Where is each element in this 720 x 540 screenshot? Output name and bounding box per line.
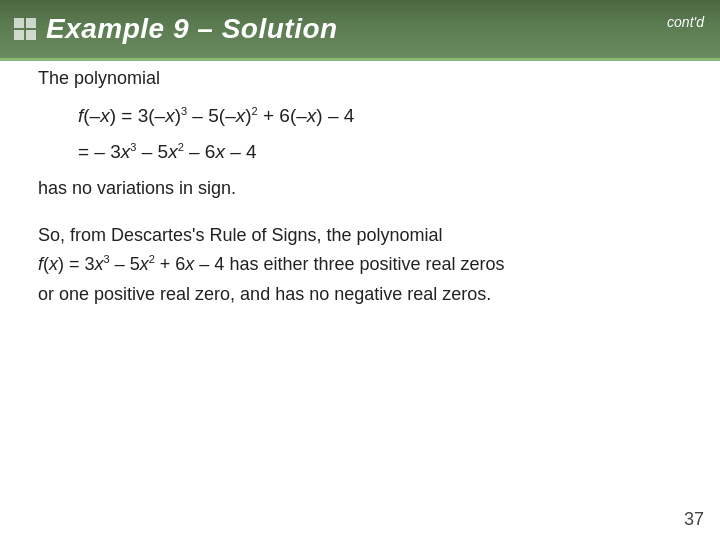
math-line-1: f(–x) = 3(–x)3 – 5(–x)2 + 6(–x) – 4: [78, 101, 682, 131]
page-number: 37: [684, 509, 704, 530]
conclusion-line3: or one positive real zero, and has no ne…: [38, 284, 491, 304]
header-bar: Example 9 – Solution: [0, 0, 720, 58]
cont-badge: cont'd: [667, 14, 704, 30]
variations-text: has no variations in sign.: [38, 178, 682, 199]
conclusion-line1: So, from Descartes's Rule of Signs, the …: [38, 225, 443, 245]
math-block: f(–x) = 3(–x)3 – 5(–x)2 + 6(–x) – 4 = – …: [78, 101, 682, 168]
main-content: The polynomial f(–x) = 3(–x)3 – 5(–x)2 +…: [38, 68, 682, 500]
math-line-2: = – 3x3 – 5x2 – 6x – 4: [78, 137, 682, 167]
conclusion-text: So, from Descartes's Rule of Signs, the …: [38, 221, 682, 310]
accent-line: [0, 58, 720, 61]
intro-text: The polynomial: [38, 68, 682, 89]
logo-icon: [14, 18, 36, 40]
page-title: Example 9 – Solution: [46, 13, 338, 45]
conclusion-line2: f(x) = 3x3 – 5x2 + 6x – 4 has either thr…: [38, 254, 505, 274]
